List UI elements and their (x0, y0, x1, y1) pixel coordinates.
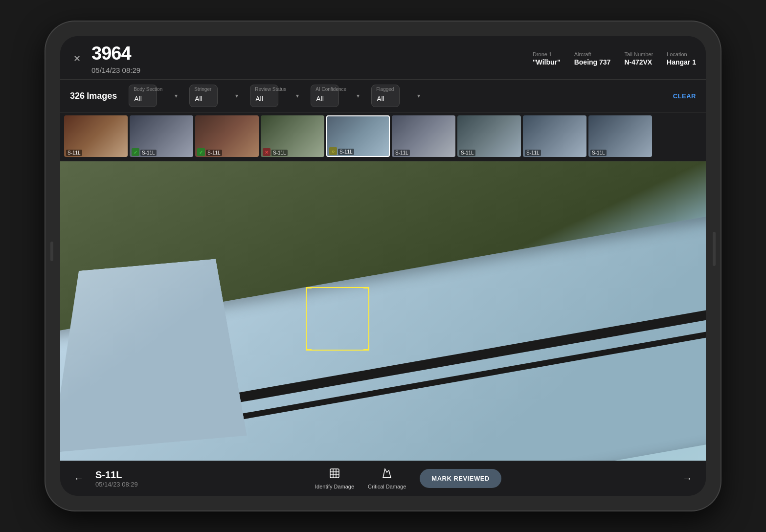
filter-bar: 326 Images Body Section All Stringer (60, 80, 706, 112)
aircraft-info: Aircraft Boeing 737 (574, 51, 611, 66)
main-image-area (60, 161, 706, 461)
session-id: 3964 (91, 43, 140, 64)
current-image-label: S-11L (95, 469, 138, 481)
thumb-label-5: S-11L (338, 149, 354, 155)
thumb-badge-2: ✓ (132, 148, 139, 156)
identify-damage-label: Identify Damage (315, 484, 354, 489)
location-value: Hangar 1 (667, 58, 696, 66)
thumb-badge-5: ○ (329, 147, 337, 155)
header-left: ✕ 3964 05/14/23 08:29 (70, 43, 140, 74)
thumb-label-2: S-11L (140, 150, 157, 156)
thumbnail-5[interactable]: ○ S-11L (326, 115, 390, 157)
review-status-filter[interactable]: Review Status All (250, 85, 304, 107)
thumb-label-8: S-11L (525, 150, 541, 156)
thumbnail-6[interactable]: S-11L (392, 115, 455, 157)
image-count-number: 326 (70, 91, 85, 101)
detection-box (306, 287, 369, 351)
session-date: 05/14/23 08:29 (91, 66, 140, 74)
tablet-screen: ✕ 3964 05/14/23 08:29 Drone 1 "Wilbur" A… (60, 36, 706, 496)
bottom-bar: ← S-11L 05/14/23 08:29 (60, 461, 706, 496)
tail-label: Tail Number (624, 51, 653, 57)
identify-damage-icon (329, 467, 340, 482)
next-button[interactable]: → (678, 470, 696, 488)
bottom-center: Identify Damage Critical Damage MARK REV… (315, 467, 501, 489)
current-image-info: S-11L 05/14/23 08:29 (95, 469, 138, 488)
thumbnail-strip: S-11L ✓ S-11L ✓ S-11L ✕ S-11L ○ S-11L (60, 112, 706, 161)
thumb-label-4: S-11L (271, 150, 288, 156)
stringer-select[interactable]: All (189, 85, 218, 107)
drone-value: "Wilbur" (533, 58, 561, 66)
current-image-date: 05/14/23 08:29 (95, 481, 138, 488)
aircraft-label: Aircraft (574, 51, 591, 57)
close-button[interactable]: ✕ (70, 52, 84, 66)
location-info: Location Hangar 1 (667, 51, 696, 66)
thumbnail-3[interactable]: ✓ S-11L (195, 115, 259, 157)
mark-reviewed-button[interactable]: MARK REVIEWED (420, 469, 501, 488)
flagged-select[interactable]: All (371, 85, 400, 107)
app-container: ✕ 3964 05/14/23 08:29 Drone 1 "Wilbur" A… (60, 36, 706, 496)
thumb-label-9: S-11L (590, 150, 607, 156)
ai-confidence-select[interactable]: All (311, 85, 339, 107)
header-right: Drone 1 "Wilbur" Aircraft Boeing 737 Tai… (533, 51, 696, 66)
identify-damage-button[interactable]: Identify Damage (315, 467, 354, 489)
images-count: 326 Images (70, 91, 122, 101)
flagged-filter[interactable]: Flagged All (371, 85, 425, 107)
thumb-label-3: S-11L (206, 150, 222, 156)
body-section-filter[interactable]: Body Section All (129, 85, 182, 107)
location-label: Location (667, 51, 687, 57)
tablet-button-left (50, 242, 53, 261)
thumbnail-1[interactable]: S-11L (64, 115, 128, 157)
thumbnail-2[interactable]: ✓ S-11L (130, 115, 193, 157)
stringer-filter[interactable]: Stringer All (189, 85, 243, 107)
bottom-right: → (678, 470, 696, 488)
aircraft-value: Boeing 737 (574, 58, 611, 66)
header: ✕ 3964 05/14/23 08:29 Drone 1 "Wilbur" A… (60, 36, 706, 80)
tablet-button-right (713, 232, 716, 266)
thumbnail-9[interactable]: S-11L (588, 115, 652, 157)
thumbnail-4[interactable]: ✕ S-11L (261, 115, 324, 157)
review-status-select[interactable]: All (250, 85, 278, 107)
critical-damage-label: Critical Damage (368, 484, 406, 489)
thumb-badge-3: ✓ (197, 148, 205, 156)
thumbnail-7[interactable]: S-11L (457, 115, 521, 157)
drone-info: Drone 1 "Wilbur" (533, 51, 561, 66)
tablet-frame: ✕ 3964 05/14/23 08:29 Drone 1 "Wilbur" A… (45, 22, 721, 510)
prev-button[interactable]: ← (70, 470, 88, 488)
critical-damage-button[interactable]: Critical Damage (368, 467, 406, 489)
tail-value: N-472VX (624, 58, 652, 66)
main-image-canvas (60, 161, 706, 461)
clear-button[interactable]: CLEAR (673, 92, 696, 100)
thumb-label-1: S-11L (66, 150, 82, 156)
body-section-select[interactable]: All (129, 85, 157, 107)
drone-label: Drone 1 (533, 51, 552, 57)
svg-rect-0 (330, 469, 339, 478)
thumb-label-7: S-11L (459, 150, 475, 156)
bottom-left: ← S-11L 05/14/23 08:29 (70, 469, 138, 488)
image-count-label: Images (87, 91, 117, 101)
thumbnail-8[interactable]: S-11L (523, 115, 586, 157)
session-info: 3964 05/14/23 08:29 (91, 43, 140, 74)
thumb-label-6: S-11L (394, 150, 410, 156)
ai-confidence-filter[interactable]: AI Confidence All (311, 85, 364, 107)
critical-damage-icon (381, 467, 393, 482)
thumb-badge-4: ✕ (263, 148, 270, 156)
tail-info: Tail Number N-472VX (624, 51, 653, 66)
